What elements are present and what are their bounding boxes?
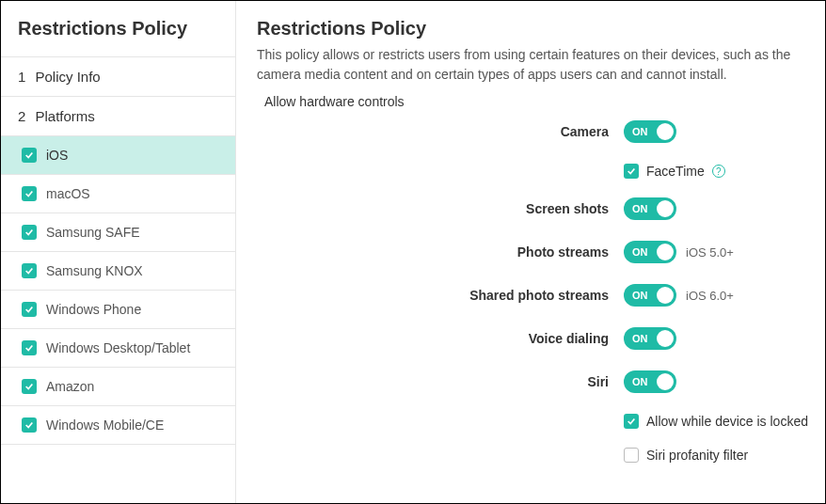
sub-facetime: FaceTime ? [624,164,825,179]
label-camera: Camera [257,124,624,139]
platform-label: Windows Phone [46,302,141,317]
hint-photo-streams: iOS 5.0+ [686,245,734,260]
platform-item-samsung-safe[interactable]: Samsung SAFE [1,213,235,252]
sub-siri-locked: Allow while device is locked [624,414,825,429]
label-shared-photo-streams: Shared photo streams [257,288,624,303]
check-icon [24,228,34,237]
check-icon [627,417,636,426]
page-title: Restrictions Policy [257,18,825,39]
check-icon [24,420,34,430]
hint-shared-photo-streams: iOS 6.0+ [686,289,734,303]
toggle-photo-streams[interactable]: ON [624,241,676,263]
toggle-screenshots[interactable]: ON [624,197,676,220]
help-icon[interactable]: ? [712,165,725,178]
sidebar-title: Restrictions Policy [18,18,218,39]
platform-list: iOSmacOSSamsung SAFESamsung KNOXWindows … [1,136,235,445]
step-number: 2 [18,108,25,124]
platform-item-macos[interactable]: macOS [1,175,235,213]
setting-photo-streams: Photo streams ON iOS 5.0+ [257,241,825,263]
platform-item-ios[interactable]: iOS [1,136,235,175]
platform-label: Samsung KNOX [46,263,143,278]
platform-item-windows-mobile-ce[interactable]: Windows Mobile/CE [1,406,235,445]
platform-checkbox[interactable] [22,148,37,163]
platform-label: Amazon [46,379,94,394]
check-icon [24,150,34,160]
sidebar-header: Restrictions Policy [1,1,235,57]
platform-item-amazon[interactable]: Amazon [1,368,235,406]
page-description: This policy allows or restricts users fr… [257,45,825,85]
toggle-shared-photo-streams[interactable]: ON [624,284,676,307]
toggle-knob [657,200,674,217]
platform-checkbox[interactable] [22,340,37,355]
platform-item-windows-desktop-tablet[interactable]: Windows Desktop/Tablet [1,329,235,368]
section-hardware-controls: Allow hardware controls [264,94,825,109]
checkbox-siri-profanity[interactable] [624,448,639,463]
platform-checkbox[interactable] [22,302,37,317]
platform-checkbox[interactable] [22,225,37,240]
check-icon [24,305,34,314]
toggle-knob [657,123,674,140]
label-siri-profanity: Siri profanity filter [646,448,748,463]
setting-siri: Siri ON [257,370,825,393]
toggle-knob [657,244,674,260]
label-siri: Siri [257,374,624,389]
step-label: Policy Info [36,69,101,85]
platform-checkbox[interactable] [22,379,37,394]
label-photo-streams: Photo streams [257,244,624,260]
platform-label: iOS [46,148,68,163]
check-icon [24,266,34,276]
main-panel: Restrictions Policy This policy allows o… [236,1,825,503]
nav-step-policy-info[interactable]: 1 Policy Info [1,57,235,97]
platform-checkbox[interactable] [22,263,37,278]
platform-checkbox[interactable] [22,186,37,201]
toggle-knob [657,287,674,304]
check-icon [24,189,34,198]
setting-camera: Camera ON [257,120,825,143]
check-icon [24,343,34,353]
check-icon [627,166,636,176]
setting-voice-dialing: Voice dialing ON [257,327,825,350]
platform-checkbox[interactable] [22,417,37,433]
label-siri-locked: Allow while device is locked [646,414,808,429]
platform-item-samsung-knox[interactable]: Samsung KNOX [1,252,235,291]
checkbox-siri-locked[interactable] [624,414,639,429]
nav-step-platforms[interactable]: 2 Platforms [1,97,235,136]
label-screenshots: Screen shots [257,201,624,216]
label-facetime: FaceTime [646,164,705,179]
checkbox-facetime[interactable] [624,164,639,179]
sidebar: Restrictions Policy 1 Policy Info 2 Plat… [1,1,236,503]
platform-label: Samsung SAFE [46,225,140,240]
toggle-knob [657,373,674,390]
step-label: Platforms [36,108,95,124]
platform-label: Windows Mobile/CE [46,417,164,433]
sub-siri-profanity: Siri profanity filter [624,448,825,463]
toggle-camera[interactable]: ON [624,120,676,143]
platform-item-windows-phone[interactable]: Windows Phone [1,291,235,329]
toggle-voice-dialing[interactable]: ON [624,327,676,350]
setting-shared-photo-streams: Shared photo streams ON iOS 6.0+ [257,284,825,307]
label-voice-dialing: Voice dialing [257,331,624,346]
platform-label: macOS [46,186,90,201]
step-number: 1 [18,69,25,85]
platform-label: Windows Desktop/Tablet [46,340,190,355]
check-icon [24,382,34,391]
setting-screenshots: Screen shots ON [257,197,825,220]
toggle-knob [657,330,674,347]
toggle-siri[interactable]: ON [624,370,676,393]
